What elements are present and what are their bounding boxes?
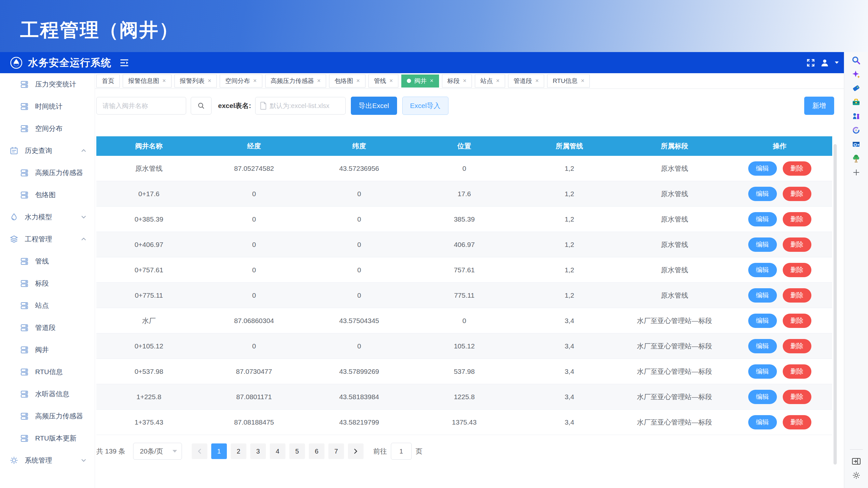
browser-toolbox-icon[interactable] [849, 95, 863, 109]
sidebar-item-time-stats[interactable]: 时间统计 [0, 95, 95, 118]
browser-search-icon[interactable] [849, 53, 863, 67]
edit-button[interactable]: 编辑 [748, 187, 777, 201]
sidebar-group-engineering-mgmt[interactable]: 工程管理 [0, 228, 95, 250]
sidebar-item-rtu-info[interactable]: RTU信息 [0, 361, 95, 383]
close-icon[interactable]: × [581, 77, 585, 84]
cell: 87.0730477 [202, 368, 307, 376]
delete-button[interactable]: 删除 [783, 364, 811, 379]
page-size-select[interactable]: 20条/页 [133, 443, 182, 460]
tab-alarm-info-map[interactable]: 报警信息图× [123, 74, 172, 88]
browser-copilot-sparkle-icon[interactable] [849, 67, 863, 82]
page-button-2[interactable]: 2 [231, 444, 246, 459]
page-button-6[interactable]: 6 [309, 444, 324, 459]
edit-button[interactable]: 编辑 [748, 364, 777, 379]
edit-button[interactable]: 编辑 [748, 237, 777, 252]
sidebar-item-pipe-segment[interactable]: 管道段 [0, 317, 95, 339]
page-button-1[interactable]: 1 [211, 444, 227, 459]
browser-games-icon[interactable] [849, 109, 863, 123]
sidebar-group-history-query[interactable]: 历史查询 [0, 139, 95, 162]
sidebar-item-pipeline[interactable]: 管线 [0, 250, 95, 272]
sidebar-item-spatial-distribution[interactable]: 空间分布 [0, 118, 95, 139]
vertical-scrollbar[interactable] [834, 144, 837, 464]
close-icon[interactable]: × [162, 77, 166, 84]
chevron-down-icon[interactable] [834, 61, 839, 65]
close-icon[interactable]: × [356, 77, 360, 84]
delete-button[interactable]: 删除 [783, 237, 811, 252]
close-icon[interactable]: × [253, 77, 257, 84]
close-icon[interactable]: × [317, 77, 321, 84]
tab-section[interactable]: 标段× [442, 74, 472, 88]
sidebar-item-hf-pressure-sensor[interactable]: 高频压力传感器 [0, 162, 95, 184]
close-icon[interactable]: × [535, 77, 539, 84]
sidebar-item-rtu-version-update[interactable]: RTU版本更新 [0, 427, 95, 449]
edit-button[interactable]: 编辑 [748, 339, 777, 353]
delete-button[interactable]: 删除 [783, 339, 811, 353]
tab-rtu-info[interactable]: RTU信息× [547, 74, 590, 88]
close-icon[interactable]: × [390, 77, 393, 84]
edit-button[interactable]: 编辑 [748, 263, 777, 277]
edit-button[interactable]: 编辑 [748, 415, 777, 429]
delete-button[interactable]: 删除 [783, 212, 811, 226]
edit-button[interactable]: 编辑 [748, 390, 777, 404]
prev-page-button[interactable] [192, 444, 207, 459]
add-button[interactable]: 新增 [804, 97, 834, 115]
tab-valve-well-active[interactable]: 阀井× [401, 74, 439, 88]
goto-page-input[interactable] [391, 443, 412, 460]
export-excel-button[interactable]: 导出Excel [351, 97, 397, 115]
delete-button[interactable]: 删除 [783, 415, 811, 429]
delete-button[interactable]: 删除 [783, 263, 811, 277]
search-input[interactable] [96, 97, 186, 115]
page-button-4[interactable]: 4 [270, 444, 285, 459]
close-icon[interactable]: × [496, 77, 500, 84]
browser-collections-tag-icon[interactable] [849, 82, 863, 95]
tab-home[interactable]: 首页 [96, 74, 120, 88]
fullscreen-icon[interactable] [806, 58, 815, 67]
browser-settings-gear-icon[interactable] [849, 468, 863, 482]
delete-button[interactable]: 删除 [783, 314, 811, 328]
sidebar-item-envelope-chart[interactable]: 包络图 [0, 184, 95, 206]
tab-hf-pressure-sensor[interactable]: 高频压力传感器× [265, 74, 327, 88]
tab-spatial-distribution[interactable]: 空间分布× [220, 74, 262, 88]
tab-pipeline[interactable]: 管线× [368, 74, 399, 88]
sidebar-item-section[interactable]: 标段 [0, 272, 95, 294]
close-icon[interactable]: × [463, 77, 467, 84]
search-button[interactable] [191, 97, 212, 115]
excel-name-input[interactable]: 默认为:excel-list.xlsx [255, 97, 346, 115]
delete-button[interactable]: 删除 [783, 390, 811, 404]
sidebar-group-system-mgmt[interactable]: 系统管理 [0, 449, 95, 471]
tab-pipe-segment[interactable]: 管道段× [508, 74, 545, 88]
cell: 0 [202, 266, 307, 274]
import-excel-button[interactable]: Excel导入 [402, 97, 448, 115]
sidebar-item-station[interactable]: 站点 [0, 294, 95, 317]
sidebar-item-valve-well[interactable]: 阀井 [0, 339, 95, 361]
user-avatar-icon[interactable] [820, 59, 829, 67]
browser-collapse-sidebar-icon[interactable] [849, 454, 863, 468]
tab-station[interactable]: 站点× [475, 74, 505, 88]
edit-button[interactable]: 编辑 [748, 314, 777, 328]
sidebar-group-hydraulic-model[interactable]: 水力模型 [0, 206, 95, 228]
page-button-5[interactable]: 5 [289, 444, 305, 459]
tab-envelope-chart[interactable]: 包络图× [329, 74, 366, 88]
edit-button[interactable]: 编辑 [748, 212, 777, 226]
sidebar-item-hf-pressure-sensor-mgmt[interactable]: 高频压力传感器 [0, 405, 95, 427]
sidebar-item-label: 水听器信息 [35, 389, 69, 398]
delete-button[interactable]: 删除 [783, 187, 811, 201]
sidebar-item-hydrophone-info[interactable]: 水听器信息 [0, 383, 95, 405]
next-page-button[interactable] [348, 444, 364, 459]
edit-button[interactable]: 编辑 [748, 288, 777, 302]
tab-alarm-list[interactable]: 报警列表× [175, 74, 217, 88]
collapse-menu-icon[interactable] [120, 59, 129, 67]
close-icon[interactable]: × [208, 77, 212, 84]
browser-tree-icon[interactable] [849, 151, 863, 165]
delete-button[interactable]: 删除 [783, 161, 811, 176]
sidebar-item-pressure-mutation-stats[interactable]: 压力突变统计 [0, 73, 95, 95]
page-button-7[interactable]: 7 [329, 444, 344, 459]
page-button-3[interactable]: 3 [250, 444, 266, 459]
edit-button[interactable]: 编辑 [748, 161, 777, 176]
cell: 1+375.43 [96, 418, 202, 426]
browser-add-sidebar-icon[interactable] [849, 165, 863, 179]
close-icon[interactable]: × [430, 77, 434, 84]
browser-wallet-icon[interactable] [849, 137, 863, 151]
delete-button[interactable]: 删除 [783, 288, 811, 302]
browser-loop-sync-icon[interactable] [849, 123, 863, 137]
